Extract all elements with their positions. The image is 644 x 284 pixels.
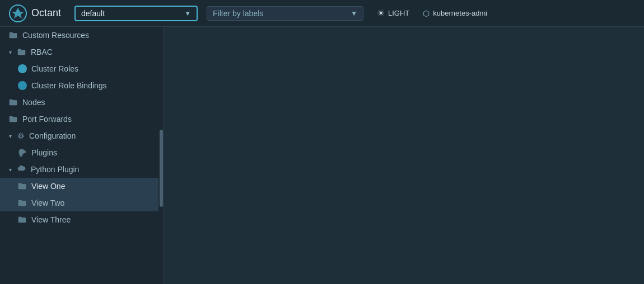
sidebar-label-plugins: Plugins xyxy=(31,148,154,157)
main-layout: Custom Resources ▾ RBAC Cluster Roles xyxy=(0,27,644,284)
folder-icon xyxy=(17,48,26,56)
cluster-icon: ⬡ xyxy=(423,9,430,18)
sidebar-label-python-plugin: Python Plugin xyxy=(31,165,154,174)
filter-dropdown-arrow: ▼ xyxy=(351,10,357,17)
circle-teal-icon xyxy=(18,81,27,90)
cluster-label: kubernetes-admi xyxy=(433,9,487,17)
sidebar-item-custom-resources[interactable]: Custom Resources xyxy=(0,27,163,44)
sidebar-item-port-forwards[interactable]: Port Forwards xyxy=(0,111,163,127)
scrollbar[interactable] xyxy=(158,27,163,284)
main-content xyxy=(164,27,644,284)
sidebar-label-nodes: Nodes xyxy=(22,98,154,107)
sidebar-label-view-one: View One xyxy=(31,182,154,191)
chevron-down-icon: ▾ xyxy=(9,167,12,173)
folder-icon xyxy=(9,115,18,124)
sun-icon: ☀ xyxy=(377,8,385,18)
namespace-dropdown-arrow: ▼ xyxy=(184,10,191,17)
scrollbar-thumb[interactable] xyxy=(160,130,163,207)
octant-logo xyxy=(9,4,27,22)
gear-icon: ⚙ xyxy=(17,131,25,140)
chevron-down-icon: ▾ xyxy=(9,133,12,139)
folder-icon xyxy=(18,198,27,207)
sidebar-label-cluster-roles: Cluster Roles xyxy=(31,64,154,73)
cluster-area: ⬡ kubernetes-admi xyxy=(423,9,487,18)
app-header: Octant default ▼ Filter by labels ▼ ☀ LI… xyxy=(0,0,644,27)
svg-marker-1 xyxy=(12,8,24,18)
sidebar-label-view-three: View Three xyxy=(31,215,154,224)
theme-toggle[interactable]: ☀ LIGHT xyxy=(377,8,409,18)
svg-point-3 xyxy=(20,83,25,88)
sidebar-item-nodes[interactable]: Nodes xyxy=(0,94,163,111)
folder-icon xyxy=(18,182,27,191)
sidebar-item-view-two[interactable]: View Two xyxy=(0,195,163,211)
label-filter[interactable]: Filter by labels ▼ xyxy=(207,6,363,21)
sidebar-item-cluster-role-bindings[interactable]: Cluster Role Bindings xyxy=(0,77,163,94)
sidebar-label-cluster-role-bindings: Cluster Role Bindings xyxy=(31,81,154,90)
app-title: Octant xyxy=(31,7,61,19)
sidebar: Custom Resources ▾ RBAC Cluster Roles xyxy=(0,27,164,284)
sidebar-label-rbac: RBAC xyxy=(31,48,154,56)
sidebar-section-configuration[interactable]: ▾ ⚙ Configuration xyxy=(0,127,163,144)
theme-label: LIGHT xyxy=(388,9,409,17)
namespace-value: default xyxy=(81,9,180,18)
cloud-icon xyxy=(17,165,26,174)
circle-blue-icon xyxy=(18,64,27,73)
sidebar-label-view-two: View Two xyxy=(31,198,154,207)
sidebar-item-plugins[interactable]: Plugins xyxy=(0,144,163,161)
sidebar-label-custom-resources: Custom Resources xyxy=(22,31,154,40)
sidebar-label-configuration: Configuration xyxy=(29,131,154,140)
sidebar-section-python-plugin[interactable]: ▾ Python Plugin xyxy=(0,161,163,178)
sidebar-section-rbac[interactable]: ▾ RBAC xyxy=(0,44,163,60)
sidebar-label-port-forwards: Port Forwards xyxy=(22,115,154,124)
sidebar-item-view-one[interactable]: View One xyxy=(0,178,163,195)
logo-area: Octant xyxy=(9,4,61,22)
namespace-dropdown[interactable]: default ▼ xyxy=(74,6,198,21)
filter-placeholder: Filter by labels xyxy=(213,9,346,18)
chevron-down-icon: ▾ xyxy=(9,49,12,55)
svg-point-2 xyxy=(20,67,25,71)
sidebar-item-view-three[interactable]: View Three xyxy=(0,211,163,228)
folder-icon xyxy=(9,98,18,107)
folder-icon xyxy=(18,215,27,224)
sidebar-item-cluster-roles[interactable]: Cluster Roles xyxy=(0,60,163,77)
puzzle-icon xyxy=(18,148,27,157)
folder-icon xyxy=(9,31,18,40)
